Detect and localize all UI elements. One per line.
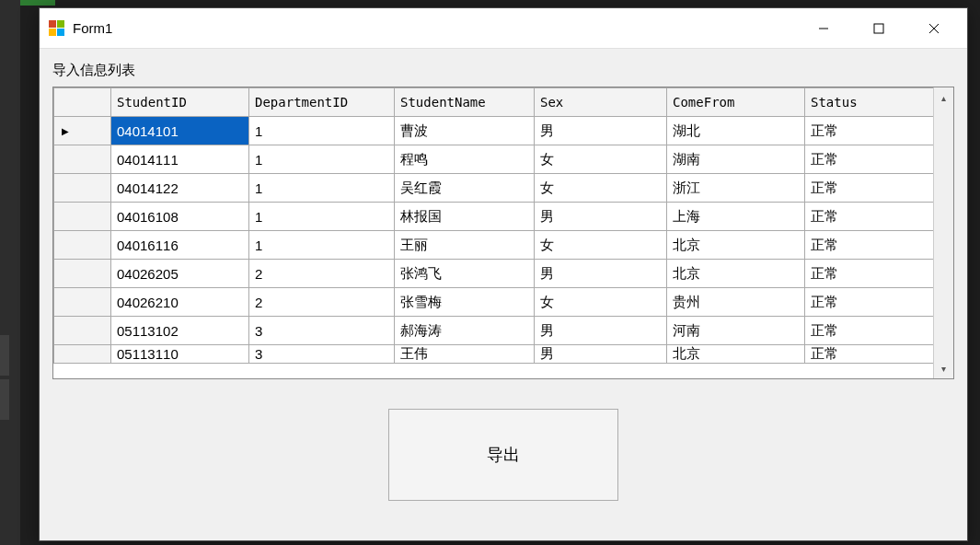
grid-cell[interactable]: 正常 [805, 145, 934, 174]
table-row[interactable]: 040262052张鸿飞男北京正常 [54, 260, 934, 288]
grid-header-row[interactable]: StudentID DepartmentID StudentName Sex C… [54, 88, 934, 117]
grid-cell[interactable]: 1 [249, 231, 395, 260]
ide-left-gutter [0, 0, 20, 545]
grid-cell[interactable]: 湖北 [667, 117, 805, 145]
table-row[interactable]: 040141011曹波男湖北正常 [54, 117, 934, 145]
grid-cell[interactable]: 04014111 [111, 145, 249, 174]
row-header[interactable] [54, 231, 111, 260]
grid-vertical-scrollbar[interactable]: ▴ ▾ [933, 87, 953, 378]
grid-cell[interactable]: 2 [249, 288, 395, 317]
grid-cell[interactable]: 男 [535, 260, 667, 288]
row-header[interactable] [54, 117, 111, 145]
row-header[interactable] [54, 317, 111, 345]
grid-cell[interactable]: 3 [249, 317, 395, 345]
row-header[interactable] [54, 174, 111, 203]
table-row[interactable]: 040141221吴红霞女浙江正常 [54, 174, 934, 203]
grid-cell[interactable]: 3 [249, 345, 395, 364]
row-header[interactable] [54, 288, 111, 317]
grid-cell[interactable]: 正常 [805, 203, 934, 231]
grid-cell[interactable]: 上海 [667, 203, 805, 231]
grid-cell[interactable]: 1 [249, 174, 395, 203]
grid-cell[interactable]: 正常 [805, 317, 934, 345]
grid-cell[interactable]: 贵州 [667, 288, 805, 317]
grid-cell[interactable]: 北京 [667, 260, 805, 288]
svg-rect-1 [874, 24, 883, 33]
grid-cell[interactable]: 女 [535, 174, 667, 203]
grid-corner-cell[interactable] [54, 88, 111, 117]
export-button[interactable]: 导出 [388, 409, 618, 501]
table-row[interactable]: 040161161王丽女北京正常 [54, 231, 934, 260]
grid-cell[interactable]: 正常 [805, 345, 934, 364]
grid-cell[interactable]: 北京 [667, 345, 805, 364]
ide-dock-handle [0, 379, 9, 420]
close-button[interactable] [906, 10, 962, 47]
row-header[interactable] [54, 145, 111, 174]
col-header-studentid[interactable]: StudentID [111, 88, 249, 117]
scroll-up-icon[interactable]: ▴ [934, 87, 953, 108]
grid-cell[interactable]: 男 [535, 203, 667, 231]
col-header-status[interactable]: Status [805, 88, 934, 117]
grid-cell[interactable]: 王伟 [395, 345, 535, 364]
grid-cell[interactable]: 04026210 [111, 288, 249, 317]
data-grid[interactable]: StudentID DepartmentID StudentName Sex C… [52, 87, 954, 379]
grid-cell[interactable]: 程鸣 [395, 145, 535, 174]
grid-cell[interactable]: 04014101 [111, 117, 249, 145]
grid-cell[interactable]: 张鸿飞 [395, 260, 535, 288]
grid-cell[interactable]: 河南 [667, 317, 805, 345]
table-row[interactable]: 051131023郝海涛男河南正常 [54, 317, 934, 345]
form-window: Form1 导入信息列表 [39, 7, 968, 541]
window-title: Form1 [73, 20, 796, 36]
grid-cell[interactable]: 正常 [805, 231, 934, 260]
table-row[interactable]: 040262102张雪梅女贵州正常 [54, 288, 934, 317]
table-row[interactable]: 040141111程鸣女湖南正常 [54, 145, 934, 174]
ide-run-indicator [20, 0, 55, 6]
grid-cell[interactable]: 05113110 [111, 345, 249, 364]
maximize-button[interactable] [851, 10, 906, 47]
grid-cell[interactable]: 女 [535, 231, 667, 260]
grid-cell[interactable]: 04026205 [111, 260, 249, 288]
col-header-departmentid[interactable]: DepartmentID [249, 88, 395, 117]
grid-cell[interactable]: 2 [249, 260, 395, 288]
ide-dock-handle [0, 335, 9, 376]
grid-cell[interactable]: 吴红霞 [395, 174, 535, 203]
table-row[interactable]: 040161081林报国男上海正常 [54, 203, 934, 231]
scroll-down-icon[interactable]: ▾ [934, 358, 953, 378]
grid-cell[interactable]: 04014122 [111, 174, 249, 203]
table-row[interactable]: 051131103王伟男北京正常 [54, 345, 934, 364]
grid-cell[interactable]: 林报国 [395, 203, 535, 231]
grid-cell[interactable]: 正常 [805, 260, 934, 288]
grid-cell[interactable]: 男 [535, 317, 667, 345]
col-header-sex[interactable]: Sex [535, 88, 667, 117]
grid-cell[interactable]: 湖南 [667, 145, 805, 174]
row-header[interactable] [54, 260, 111, 288]
grid-cell[interactable]: 正常 [805, 288, 934, 317]
grid-cell[interactable]: 女 [535, 145, 667, 174]
grid-cell[interactable]: 郝海涛 [395, 317, 535, 345]
grid-cell[interactable]: 女 [535, 288, 667, 317]
grid-cell[interactable]: 王丽 [395, 231, 535, 260]
grid-cell[interactable]: 1 [249, 145, 395, 174]
grid-cell[interactable]: 1 [249, 203, 395, 231]
grid-cell[interactable]: 曹波 [395, 117, 535, 145]
grid-cell[interactable]: 正常 [805, 174, 934, 203]
grid-cell[interactable]: 正常 [805, 117, 934, 145]
app-icon [49, 20, 65, 37]
grid-cell[interactable]: 男 [535, 345, 667, 364]
col-header-comefrom[interactable]: ComeFrom [667, 88, 805, 117]
grid-cell[interactable]: 04016116 [111, 231, 249, 260]
grid-cell[interactable]: 04016108 [111, 203, 249, 231]
minimize-button[interactable] [796, 10, 851, 47]
grid-cell[interactable]: 张雪梅 [395, 288, 535, 317]
row-header[interactable] [54, 203, 111, 231]
titlebar[interactable]: Form1 [40, 8, 967, 49]
row-header[interactable] [54, 345, 111, 364]
col-header-studentname[interactable]: StudentName [395, 88, 535, 117]
grid-cell[interactable]: 男 [535, 117, 667, 145]
grid-cell[interactable]: 05113102 [111, 317, 249, 345]
list-caption-label: 导入信息列表 [40, 49, 967, 85]
grid-cell[interactable]: 北京 [667, 231, 805, 260]
grid-cell[interactable]: 浙江 [667, 174, 805, 203]
grid-cell[interactable]: 1 [249, 117, 395, 145]
